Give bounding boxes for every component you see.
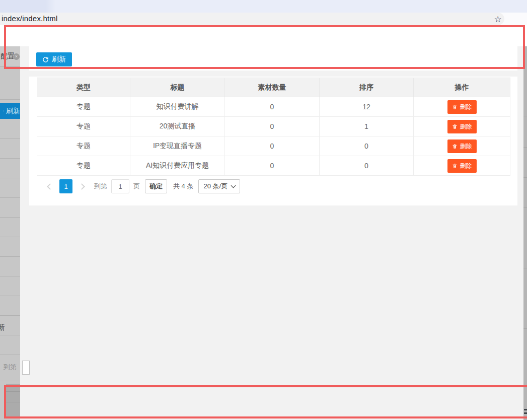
goto-suffix-label: 页 [133,182,140,191]
background-refresh-label: 刷新 [6,107,20,116]
annotation-box-top [4,25,525,69]
total-count-label: 共 4 条 [173,182,193,191]
cell-sort: 0 [320,156,414,176]
column-header-sort: 排序 [320,78,414,97]
bookmark-star-icon[interactable]: ☆ [492,14,503,25]
divider [0,355,20,355]
chevron-down-icon [231,183,236,188]
divider [0,217,20,218]
cell-material-count: 0 [225,117,320,136]
divider [0,381,20,381]
background-refresh-button[interactable]: 刷新 [0,103,20,119]
delete-button[interactable]: 删除 [447,100,477,114]
refresh-icon [3,108,4,114]
current-page-button[interactable]: 1 [59,179,72,193]
trash-icon [452,163,458,169]
delete-button-label: 删除 [460,142,472,151]
prev-page-icon[interactable] [47,183,53,190]
cell-title: AI知识付费应用专题 [130,156,225,176]
address-pill[interactable]: index/index.html ☆ [0,13,504,25]
page-size-select[interactable]: 20 条/页 [198,179,240,193]
cell-title: 20测试直播 [130,117,225,136]
delete-button-label: 删除 [460,103,472,111]
page-size-value: 20 条/页 [203,182,228,191]
cell-actions: 删除 [414,97,510,117]
cell-actions: 删除 [414,117,510,136]
cell-sort: 12 [320,97,414,117]
delete-button[interactable]: 删除 [447,159,477,173]
divider [0,256,20,257]
cell-sort: 1 [320,117,414,136]
cell-type: 专题 [37,97,130,117]
divider [0,197,20,198]
divider [0,99,20,100]
column-header-material-count: 素材数量 [225,78,320,97]
column-header-actions: 操作 [414,78,510,97]
delete-button-label: 删除 [460,162,472,170]
table-card: 类型 标题 素材数量 排序 操作 专题 知识付费讲解 0 12 删除 专题 20… [29,77,517,205]
cell-title: 知识付费讲解 [130,97,225,117]
delete-button[interactable]: 删除 [447,120,477,133]
background-goto-input-fragment [22,361,30,375]
cell-type: 专题 [37,156,130,176]
table-row: 专题 知识付费讲解 0 12 删除 [37,97,510,117]
cell-actions: 删除 [414,136,510,156]
divider [0,335,20,335]
data-table: 类型 标题 素材数量 排序 操作 专题 知识付费讲解 0 12 删除 专题 20… [37,78,510,176]
divider [0,315,20,316]
cell-actions: 删除 [414,156,510,176]
cell-type: 专题 [37,136,130,156]
trash-icon [452,104,458,110]
cell-material-count: 0 [225,136,320,156]
delete-button-label: 删除 [460,122,472,131]
url-text[interactable]: index/index.html [2,14,58,23]
goto-page-input[interactable] [111,179,129,193]
next-page-icon[interactable] [79,183,85,190]
column-header-title: 标题 [130,78,225,97]
delete-button[interactable]: 删除 [447,139,477,153]
cell-material-count: 0 [225,156,320,176]
browser-address-bar[interactable]: index/index.html ☆ [0,13,527,25]
table-row: 专题 AI知识付费应用专题 0 0 删除 [37,156,510,176]
confirm-button[interactable]: 确定 [145,179,167,193]
divider [0,158,20,159]
background-scrollbar [523,46,527,420]
cell-material-count: 0 [225,97,320,117]
background-goto-label: 到第 [4,363,17,372]
divider [0,296,20,296]
annotation-box-bottom [4,385,527,418]
table-header-row: 类型 标题 素材数量 排序 操作 [37,78,510,97]
trash-icon [452,144,458,149]
table-body: 专题 知识付费讲解 0 12 删除 专题 20测试直播 0 1 删除 [37,97,510,176]
goto-prefix-label: 到第 [94,182,107,191]
table-row: 专题 IP变现直播专题 0 0 删除 [37,136,510,156]
column-header-type: 类型 [37,78,130,97]
divider [0,237,20,237]
cell-title: IP变现直播专题 [130,136,225,156]
table-row: 专题 20测试直播 0 1 删除 [37,117,510,136]
background-page-left-strip: 配置 × 刷新 新 到第 [0,46,20,420]
cell-sort: 0 [320,136,414,156]
divider [0,276,20,276]
divider [0,178,20,178]
cell-type: 专题 [37,117,130,136]
trash-icon [452,124,458,129]
divider [0,138,20,139]
background-text-fragment: 新 [0,323,8,333]
browser-tab-strip [0,0,527,13]
pagination: 1 到第 页 确定 共 4 条 20 条/页 [37,175,240,197]
